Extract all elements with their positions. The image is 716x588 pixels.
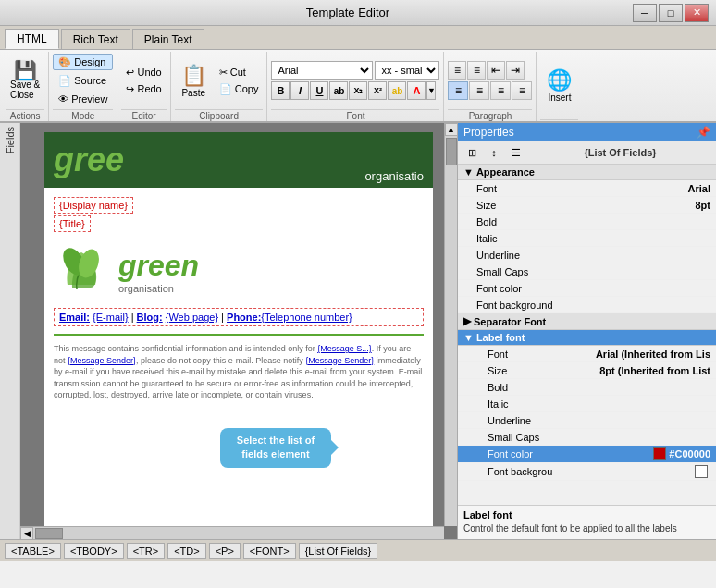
align-right-button[interactable]: ≡ bbox=[490, 81, 511, 100]
prop-smallcaps[interactable]: Small Caps bbox=[458, 263, 716, 280]
scroll-h-thumb[interactable] bbox=[35, 528, 63, 539]
labelfont-font-key: Font bbox=[488, 349, 596, 360]
separator-line bbox=[54, 334, 424, 336]
header-company-text: gree bbox=[54, 141, 124, 179]
source-mode-button[interactable]: 📄 Source bbox=[53, 72, 113, 89]
status-listoffields[interactable]: {List Of Fields} bbox=[299, 543, 378, 559]
prop-size[interactable]: Size 8pt bbox=[458, 197, 716, 214]
indent-decrease-button[interactable]: ⇤ bbox=[487, 61, 505, 80]
status-bar: <TABLE> <TBODY> <TR> <TD> <P> <FONT> {Li… bbox=[0, 539, 716, 561]
props-categories-button[interactable]: ⊞ bbox=[462, 143, 482, 162]
appearance-section[interactable]: ▼ Appearance bbox=[458, 165, 716, 180]
cut-button[interactable]: ✂ Cut bbox=[215, 65, 264, 80]
tab-plaintext[interactable]: Plain Text bbox=[132, 29, 204, 49]
labelfont-label: Label font bbox=[476, 332, 525, 343]
insert-button[interactable]: 🌐 Insert bbox=[540, 66, 578, 105]
ribbon-group-clipboard: 📋 Paste ✂ Cut 📄 Copy Clipboard bbox=[171, 52, 268, 121]
paste-button[interactable]: 📋 Paste bbox=[175, 61, 213, 101]
props-sort-button[interactable]: ↕ bbox=[484, 143, 504, 162]
prop-label-bold[interactable]: Bold bbox=[458, 379, 716, 396]
font-color-arrow[interactable]: ▼ bbox=[426, 81, 436, 100]
props-list-button[interactable]: ☰ bbox=[506, 143, 526, 162]
subscript-button[interactable]: X₂ bbox=[349, 81, 367, 100]
window-controls: ─ □ ✕ bbox=[633, 4, 709, 22]
copy-button[interactable]: 📄 Copy bbox=[215, 81, 264, 97]
font-color-button[interactable]: A bbox=[407, 81, 426, 100]
maximize-button[interactable]: □ bbox=[659, 4, 683, 22]
tab-richtext[interactable]: Rich Text bbox=[61, 29, 130, 49]
prop-label-italic[interactable]: Italic bbox=[458, 396, 716, 412]
prop-label-fontcolor[interactable]: Font color #C00000 bbox=[458, 446, 716, 463]
fontbg-key: Font background bbox=[476, 300, 710, 311]
contact-row[interactable]: Email: {E-mail} | Blog: {Web page} | Pho… bbox=[54, 308, 424, 326]
company-name-section: green organisation bbox=[118, 249, 199, 294]
status-p[interactable]: <P> bbox=[209, 543, 241, 559]
separatorfont-label: Separator Font bbox=[474, 316, 546, 327]
superscript-button[interactable]: X² bbox=[368, 81, 387, 100]
underline-button[interactable]: U bbox=[310, 81, 328, 100]
align-justify-button[interactable]: ≡ bbox=[512, 81, 532, 100]
prop-underline[interactable]: Underline bbox=[458, 247, 716, 263]
editor-group-label: Editor bbox=[121, 109, 166, 121]
indent-increase-button[interactable]: ⇥ bbox=[506, 61, 525, 80]
italic-button[interactable]: I bbox=[290, 81, 309, 100]
preview-mode-button[interactable]: 👁 Preview bbox=[53, 91, 113, 107]
unordered-list-button[interactable]: ≡ bbox=[448, 61, 466, 80]
align-buttons: ≡ ≡ ≡ ≡ bbox=[448, 81, 532, 100]
props-footer-title: Label font bbox=[463, 509, 710, 521]
save-close-button[interactable]: 💾 Save &Close bbox=[6, 58, 44, 103]
display-name-field[interactable]: {Display name} bbox=[54, 197, 133, 214]
mode-buttons: 🎨 Design 📄 Source 👁 Preview bbox=[53, 54, 113, 107]
scroll-up-button[interactable]: ▲ bbox=[445, 123, 458, 136]
title-field[interactable]: {Title} bbox=[54, 215, 91, 232]
prop-fontcolor[interactable]: Font color Set font propertiesfor all la… bbox=[458, 280, 716, 297]
font-size-select[interactable]: xx - small x-small small medium large bbox=[375, 61, 439, 80]
prop-label-font[interactable]: Font Arial (Inherited from Lis bbox=[458, 346, 716, 362]
ordered-list-button[interactable]: ≡ bbox=[467, 61, 486, 80]
prop-label-size[interactable]: Size 8pt (Inherited from List bbox=[458, 362, 716, 379]
prop-font[interactable]: Font Arial bbox=[458, 180, 716, 197]
status-tbody[interactable]: <TBODY> bbox=[64, 543, 124, 559]
prop-label-smallcaps[interactable]: Small Caps bbox=[458, 429, 716, 446]
scroll-v-thumb[interactable] bbox=[446, 138, 457, 165]
prop-fontbg[interactable]: Font background bbox=[458, 297, 716, 313]
status-tr[interactable]: <TR> bbox=[127, 543, 166, 559]
tab-html[interactable]: HTML bbox=[5, 29, 59, 49]
font-key: Font bbox=[476, 183, 688, 194]
highlight-button[interactable]: ab bbox=[388, 81, 406, 100]
prop-italic[interactable]: Italic bbox=[458, 230, 716, 247]
redo-button[interactable]: ↪ Redo bbox=[121, 81, 166, 97]
font-value: Arial bbox=[688, 183, 710, 194]
minimize-button[interactable]: ─ bbox=[633, 4, 657, 22]
insert-label: Insert bbox=[548, 92, 571, 103]
status-td[interactable]: <TD> bbox=[167, 543, 206, 559]
strikethrough-button[interactable]: ab bbox=[329, 81, 348, 100]
labelfont-fontcolor-key: Font color bbox=[488, 448, 653, 459]
size-key: Size bbox=[476, 200, 696, 211]
prop-label-underline[interactable]: Underline bbox=[458, 412, 716, 429]
status-font[interactable]: <FONT> bbox=[243, 543, 296, 559]
font-group-label: Font bbox=[271, 109, 439, 121]
editor-body: {Display name} {Title} green bbox=[44, 188, 433, 410]
pin-icon[interactable]: 📌 bbox=[697, 126, 710, 139]
labelfont-smallcaps-key: Small Caps bbox=[488, 432, 710, 443]
design-mode-button[interactable]: 🎨 Design bbox=[53, 54, 113, 70]
undo-button[interactable]: ↩ Undo bbox=[121, 65, 166, 80]
bold-button[interactable]: B bbox=[271, 81, 290, 100]
properties-panel: Properties 📌 ⊞ ↕ ☰ {List Of Fields} ▼ Ap… bbox=[457, 123, 716, 539]
separator-font-section[interactable]: ▶ Separator Font bbox=[458, 313, 716, 330]
font-name-select[interactable]: Arial Times New Roman Verdana bbox=[271, 61, 373, 80]
fontcolor-key: Font color bbox=[476, 283, 710, 294]
tab-bar: HTML Rich Text Plain Text bbox=[0, 26, 716, 50]
label-font-section[interactable]: ▼ Label font bbox=[458, 330, 716, 346]
ribbon-group-actions: 💾 Save &Close Actions bbox=[2, 52, 49, 121]
align-center-button[interactable]: ≡ bbox=[469, 81, 489, 100]
prop-label-fontbg[interactable]: Font backgrou bbox=[458, 463, 716, 481]
status-table[interactable]: <TABLE> bbox=[5, 543, 61, 559]
prop-bold[interactable]: Bold bbox=[458, 214, 716, 230]
insert-group-label bbox=[540, 119, 578, 121]
align-left-button[interactable]: ≡ bbox=[448, 81, 468, 100]
scroll-left-button[interactable]: ◀ bbox=[20, 527, 33, 540]
close-button[interactable]: ✕ bbox=[685, 4, 709, 22]
labelfont-fontbg-key: Font backgrou bbox=[488, 466, 695, 477]
